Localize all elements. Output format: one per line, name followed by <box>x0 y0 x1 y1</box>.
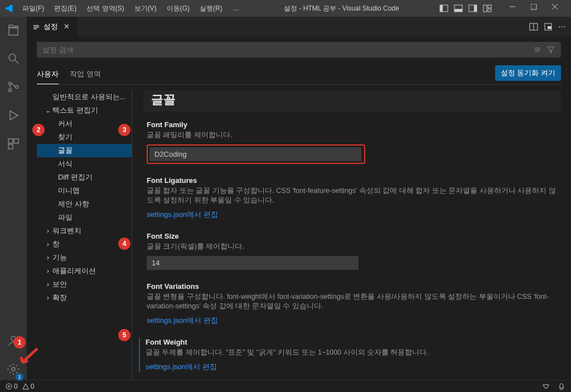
scope-user[interactable]: 사용자 <box>37 66 59 84</box>
search-icon[interactable] <box>4 50 22 69</box>
svg-rect-19 <box>14 139 18 143</box>
setting-desc: 글꼴 두께를 제어합니다. "표준" 및 "굵게" 키워드 또는 1~1000 … <box>146 348 561 357</box>
menu-run[interactable]: 실행(R) <box>195 2 227 16</box>
setting-font-weight: Font Weight 글꼴 두께를 제어합니다. "표준" 및 "굵게" 키워… <box>139 338 561 372</box>
edit-in-json-link[interactable]: settings.json에서 편집 <box>147 210 561 220</box>
status-warnings[interactable]: 0 <box>22 383 35 390</box>
tabbar: 설정 ✕ ⋯ <box>27 17 571 36</box>
settings-search[interactable] <box>37 42 561 57</box>
settings-scope: 사용자 작업 영역 설정 동기화 켜기 <box>37 65 561 85</box>
svg-point-15 <box>9 83 12 85</box>
svg-line-14 <box>15 60 18 64</box>
run-debug-icon[interactable] <box>4 107 22 126</box>
tree-commonly-used[interactable]: 일반적으로 사용되는... <box>37 90 132 104</box>
layout-panel-bottom-icon[interactable] <box>454 4 463 13</box>
svg-rect-29 <box>548 26 551 29</box>
svg-rect-5 <box>474 5 477 12</box>
section-title: 글꼴 <box>143 90 561 112</box>
settings-editor: 사용자 작업 영역 설정 동기화 켜기 일반적으로 사용되는... ⌄텍스트 편… <box>27 36 571 380</box>
tree-features[interactable]: ›기능 <box>37 251 132 264</box>
svg-rect-8 <box>488 9 491 12</box>
layout-panel-right-icon[interactable] <box>468 4 477 13</box>
settings-sync-button[interactable]: 설정 동기화 켜기 <box>495 65 561 81</box>
settings-search-input[interactable] <box>42 46 529 54</box>
settings-detail: 글꼴 Font Family 글꼴 패밀리를 제어합니다. Font Ligat… <box>132 90 561 380</box>
tree-application[interactable]: ›애플리케이션 <box>37 264 132 278</box>
setting-desc: 글꼴 변형을 구성합니다. font-weight에서 font-variati… <box>147 292 561 311</box>
chevron-right-icon: › <box>45 227 51 235</box>
tree-extensions[interactable]: ›확장 <box>37 291 132 304</box>
tree-cursor[interactable]: 커서 <box>37 117 132 130</box>
tree-diff[interactable]: Diff 편집기 <box>37 171 132 184</box>
feedback-icon[interactable] <box>542 383 550 390</box>
tree-file[interactable]: 파일 <box>37 211 132 224</box>
menu-view[interactable]: 보기(V) <box>130 2 161 16</box>
setting-desc: 글꼴 합자 또는 글꼴 기능을 구성합니다. CSS 'font-feature… <box>147 186 561 205</box>
layout-customize-icon[interactable] <box>483 4 492 13</box>
tab-close-icon[interactable]: ✕ <box>61 22 72 31</box>
setting-label: Font Variations <box>147 282 561 291</box>
clear-search-icon[interactable] <box>533 45 542 54</box>
annotation-marker-5: 5 <box>118 329 130 341</box>
svg-point-16 <box>9 89 12 92</box>
svg-rect-24 <box>33 27 39 28</box>
menu-go[interactable]: 이동(G) <box>162 2 194 16</box>
svg-rect-10 <box>531 4 536 9</box>
svg-rect-7 <box>488 5 491 8</box>
setting-font-size: Font Size 글꼴 크기(픽셀)를 제어합니다. <box>143 232 561 270</box>
chevron-right-icon: › <box>45 280 51 288</box>
split-editor-icon[interactable] <box>529 22 538 31</box>
bell-icon[interactable] <box>558 383 565 390</box>
menu-selection[interactable]: 선택 영역(S) <box>82 2 128 16</box>
vscode-logo-icon <box>4 4 13 13</box>
edit-in-json-link[interactable]: settings.json에서 편집 <box>147 316 561 326</box>
svg-rect-6 <box>483 5 487 12</box>
svg-rect-23 <box>33 25 39 26</box>
font-size-input[interactable] <box>147 256 359 270</box>
tree-security[interactable]: ›보안 <box>37 278 132 291</box>
tree-workbench[interactable]: ›워크벤치 <box>37 224 132 238</box>
tree-minimap[interactable]: 미니맵 <box>37 184 132 197</box>
menu-edit[interactable]: 편집(E) <box>50 2 81 16</box>
annotation-marker-3: 3 <box>118 124 130 136</box>
editor-area: 설정 ✕ ⋯ 사용자 작업 영역 설정 동기화 켜기 <box>27 17 571 380</box>
edit-in-json-link[interactable]: settings.json에서 편집 <box>146 362 561 372</box>
filter-icon[interactable] <box>546 45 555 54</box>
tree-find[interactable]: 찾기 <box>37 130 132 144</box>
setting-font-ligatures: Font Ligatures 글꼴 합자 또는 글꼴 기능을 구성합니다. CS… <box>143 176 561 220</box>
tree-format[interactable]: 서식 <box>37 157 132 171</box>
warning-icon <box>22 383 29 390</box>
window-maximize[interactable] <box>525 0 545 17</box>
menu-more[interactable]: … <box>228 2 244 14</box>
source-control-icon[interactable] <box>4 78 22 98</box>
svg-point-22 <box>12 367 15 371</box>
tab-settings[interactable]: 설정 ✕ <box>27 17 78 36</box>
tree-window[interactable]: ›창 <box>37 238 132 251</box>
annotation-marker-4: 4 <box>118 238 130 250</box>
error-icon <box>6 383 12 390</box>
chevron-right-icon: › <box>45 267 51 275</box>
tree-text-editor[interactable]: ⌄텍스트 편집기 <box>37 104 132 117</box>
scope-workspace[interactable]: 작업 영역 <box>70 66 101 84</box>
menu-file[interactable]: 파일(F) <box>18 2 49 16</box>
setting-label: Font Weight <box>146 338 561 346</box>
window-title: 설정 - HTML 공부 - Visual Studio Code <box>245 4 438 13</box>
layout-controls <box>439 0 567 17</box>
tree-suggestion[interactable]: 제안 사항 <box>37 197 132 211</box>
font-family-input[interactable] <box>149 147 361 161</box>
annotation-arrow <box>18 346 40 368</box>
chevron-right-icon: › <box>45 240 51 248</box>
extensions-icon[interactable] <box>4 135 22 154</box>
window-close[interactable] <box>546 0 567 17</box>
setting-label: Font Size <box>147 232 561 240</box>
svg-point-13 <box>9 54 16 61</box>
open-json-icon[interactable] <box>544 22 553 31</box>
highlight-font-family <box>147 144 365 164</box>
window-minimize[interactable] <box>504 0 524 17</box>
more-actions-icon[interactable]: ⋯ <box>558 22 565 31</box>
status-errors[interactable]: 0 <box>6 383 18 390</box>
layout-panel-left-icon[interactable] <box>439 4 448 13</box>
tree-font[interactable]: 글꼴 <box>37 144 132 157</box>
svg-rect-18 <box>8 139 13 143</box>
explorer-icon[interactable] <box>4 21 22 41</box>
